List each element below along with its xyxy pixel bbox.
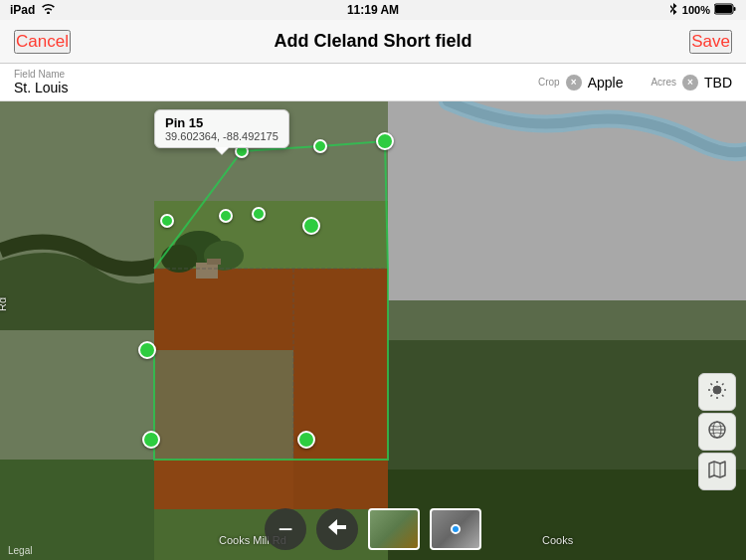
map-pin-10[interactable] — [252, 207, 266, 221]
nav-bar: Cancel Add Cleland Short field Save — [0, 20, 746, 64]
map-pin-5[interactable] — [219, 209, 233, 223]
legal-label: Legal — [8, 545, 32, 556]
crop-with-clear: × Apple — [566, 75, 624, 91]
svg-rect-19 — [207, 259, 221, 265]
zoom-out-button[interactable]: − — [265, 508, 306, 550]
battery-icon — [714, 3, 736, 17]
globe-button[interactable] — [698, 413, 736, 451]
pin-tooltip-title: Pin 15 — [165, 115, 279, 130]
acres-with-clear: × TBD — [682, 75, 732, 91]
field-info-bar: Field Name St. Louis Crop × Apple Acres … — [0, 64, 746, 101]
svg-point-24 — [713, 386, 721, 394]
save-button[interactable]: Save — [689, 30, 732, 54]
acres-info-group: Acres — [651, 77, 676, 88]
crop-group: Crop × Apple Acres × TBD — [538, 75, 732, 91]
wifi-icon — [41, 3, 56, 17]
map-pin-3[interactable] — [376, 132, 394, 150]
svg-marker-36 — [709, 462, 725, 477]
status-bar: iPad 11:19 AM 100% — [0, 0, 746, 20]
svg-rect-18 — [196, 263, 218, 279]
svg-rect-1 — [734, 7, 736, 11]
map-pin-8[interactable] — [142, 431, 160, 449]
acres-clear-btn[interactable]: × — [682, 75, 698, 91]
acres-value: TBD — [704, 75, 732, 91]
acres-label: Acres — [651, 77, 676, 88]
map-pin-2[interactable] — [313, 139, 327, 153]
carrier-label: iPad — [10, 3, 35, 17]
nav-title: Add Cleland Short field — [274, 31, 471, 52]
svg-line-29 — [711, 383, 713, 385]
crop-info-group: Crop — [538, 77, 560, 88]
field-name-group: Field Name St. Louis — [14, 69, 133, 95]
pin-tooltip: Pin 15 39.602364, -88.492175 — [154, 109, 289, 148]
svg-line-30 — [722, 395, 724, 397]
svg-line-32 — [711, 395, 713, 397]
map-area[interactable]: Pin 15 39.602364, -88.492175 − — [0, 101, 746, 560]
map-button[interactable] — [698, 453, 736, 490]
globe-icon — [707, 420, 727, 445]
back-arrow-icon — [327, 518, 347, 541]
map-pin-7[interactable] — [138, 341, 156, 359]
thumbnail-button-2[interactable] — [430, 508, 481, 550]
svg-rect-7 — [388, 300, 746, 340]
back-button[interactable] — [316, 508, 358, 550]
map-background — [0, 101, 746, 560]
bluetooth-icon — [668, 2, 678, 18]
minus-icon: − — [278, 516, 292, 542]
svg-rect-2 — [715, 5, 732, 13]
svg-marker-23 — [328, 519, 346, 535]
crop-value: Apple — [588, 75, 624, 91]
road-label-3: Rd — [0, 297, 8, 311]
brightness-button[interactable] — [698, 373, 736, 411]
map-icon — [707, 460, 727, 484]
right-tools — [698, 373, 736, 490]
svg-line-31 — [722, 383, 724, 385]
map-pin-6[interactable] — [302, 217, 320, 235]
map-pin-4[interactable] — [160, 214, 174, 228]
map-pin-9[interactable] — [297, 431, 315, 449]
crop-label: Crop — [538, 77, 560, 88]
brightness-icon — [707, 380, 727, 405]
field-name-value: St. Louis — [14, 80, 133, 95]
status-time: 11:19 AM — [347, 3, 399, 17]
battery-level: 100% — [682, 4, 710, 16]
pin-tooltip-coords: 39.602364, -88.492175 — [165, 130, 279, 142]
cancel-button[interactable]: Cancel — [14, 30, 71, 54]
bottom-controls: − — [0, 508, 746, 550]
status-left: iPad — [10, 3, 56, 17]
field-name-label: Field Name — [14, 69, 133, 80]
status-right: 100% — [668, 2, 736, 18]
crop-clear-btn[interactable]: × — [566, 75, 582, 91]
thumbnail-button-1[interactable] — [368, 508, 420, 550]
